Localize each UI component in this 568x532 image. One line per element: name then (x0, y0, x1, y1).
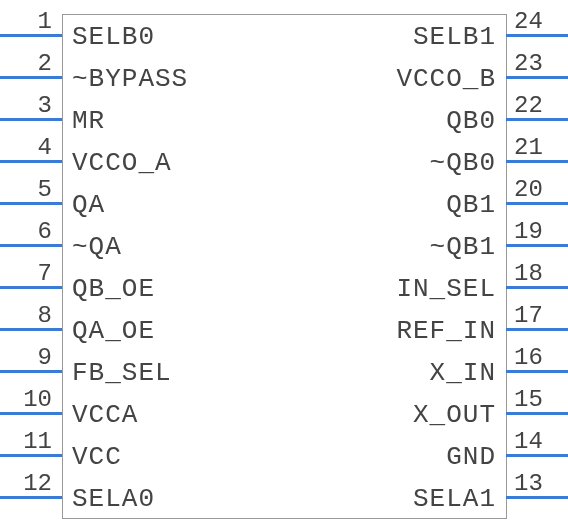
pin-label: VCC (72, 442, 122, 472)
pin-right-23: 23VCCO_B (268, 56, 568, 96)
pin-label: SELB1 (413, 22, 496, 52)
pin-label: VCCO_B (396, 64, 496, 94)
pin-number: 21 (514, 134, 560, 161)
pin-number: 20 (514, 176, 560, 203)
pin-label: QB0 (446, 106, 496, 136)
pin-right-22: 22QB0 (268, 98, 568, 138)
pin-right-14: 14GND (268, 434, 568, 474)
pin-label: ~BYPASS (72, 64, 188, 94)
pin-number: 15 (514, 386, 560, 413)
pin-left-6: 6~QA (0, 224, 300, 264)
pin-label: VCCO_A (72, 148, 172, 178)
pin-label: FB_SEL (72, 358, 172, 388)
pin-number: 19 (514, 218, 560, 245)
pin-label: QB1 (446, 190, 496, 220)
pin-right-16: 16X_IN (268, 350, 568, 390)
pin-label: IN_SEL (396, 274, 496, 304)
pin-left-8: 8QA_OE (0, 308, 300, 348)
pin-number: 10 (6, 386, 52, 413)
pin-left-3: 3MR (0, 98, 300, 138)
pin-number: 2 (6, 50, 52, 77)
pin-number: 3 (6, 92, 52, 119)
pin-label: SELA0 (72, 484, 155, 514)
pin-number: 16 (514, 344, 560, 371)
pin-number: 13 (514, 470, 560, 497)
pin-left-2: 2~BYPASS (0, 56, 300, 96)
pin-right-20: 20QB1 (268, 182, 568, 222)
pin-right-24: 24SELB1 (268, 14, 568, 54)
pin-label: X_IN (430, 358, 496, 388)
pin-right-17: 17REF_IN (268, 308, 568, 348)
pin-label: GND (446, 442, 496, 472)
pin-number: 6 (6, 218, 52, 245)
pin-number: 12 (6, 470, 52, 497)
pin-label: ~QB1 (430, 232, 496, 262)
pin-right-13: 13SELA1 (268, 476, 568, 516)
pin-label: REF_IN (396, 316, 496, 346)
pin-number: 23 (514, 50, 560, 77)
pin-number: 7 (6, 260, 52, 287)
pin-left-12: 12SELA0 (0, 476, 300, 516)
pin-left-5: 5QA (0, 182, 300, 222)
pin-number: 9 (6, 344, 52, 371)
pin-number: 8 (6, 302, 52, 329)
pin-right-19: 19~QB1 (268, 224, 568, 264)
pin-left-1: 1SELB0 (0, 14, 300, 54)
pin-number: 14 (514, 428, 560, 455)
pin-left-9: 9FB_SEL (0, 350, 300, 390)
pin-label: QA (72, 190, 105, 220)
pin-label: QB_OE (72, 274, 155, 304)
pin-label: VCCA (72, 400, 138, 430)
pin-label: SELA1 (413, 484, 496, 514)
pin-label: QA_OE (72, 316, 155, 346)
pin-number: 22 (514, 92, 560, 119)
pin-number: 17 (514, 302, 560, 329)
pin-number: 18 (514, 260, 560, 287)
pin-right-15: 15X_OUT (268, 392, 568, 432)
pin-label: ~QA (72, 232, 122, 262)
pin-label: SELB0 (72, 22, 155, 52)
pin-number: 11 (6, 428, 52, 455)
pin-label: ~QB0 (430, 148, 496, 178)
pin-number: 24 (514, 8, 560, 35)
pin-right-21: 21~QB0 (268, 140, 568, 180)
pin-number: 4 (6, 134, 52, 161)
pin-number: 5 (6, 176, 52, 203)
pin-label: MR (72, 106, 105, 136)
pin-left-11: 11VCC (0, 434, 300, 474)
pin-right-18: 18IN_SEL (268, 266, 568, 306)
pin-number: 1 (6, 8, 52, 35)
pin-left-4: 4VCCO_A (0, 140, 300, 180)
pin-left-7: 7QB_OE (0, 266, 300, 306)
pin-label: X_OUT (413, 400, 496, 430)
pin-left-10: 10VCCA (0, 392, 300, 432)
